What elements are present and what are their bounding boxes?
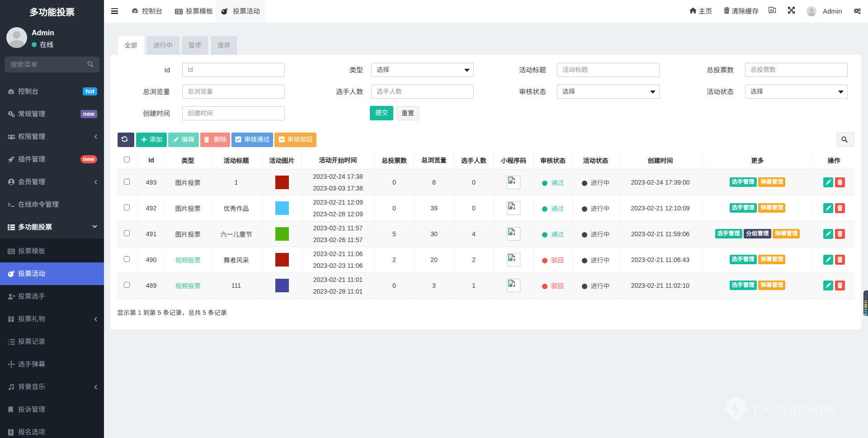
svg-text:3: 3 <box>8 343 9 345</box>
svg-text:A: A <box>770 8 773 13</box>
